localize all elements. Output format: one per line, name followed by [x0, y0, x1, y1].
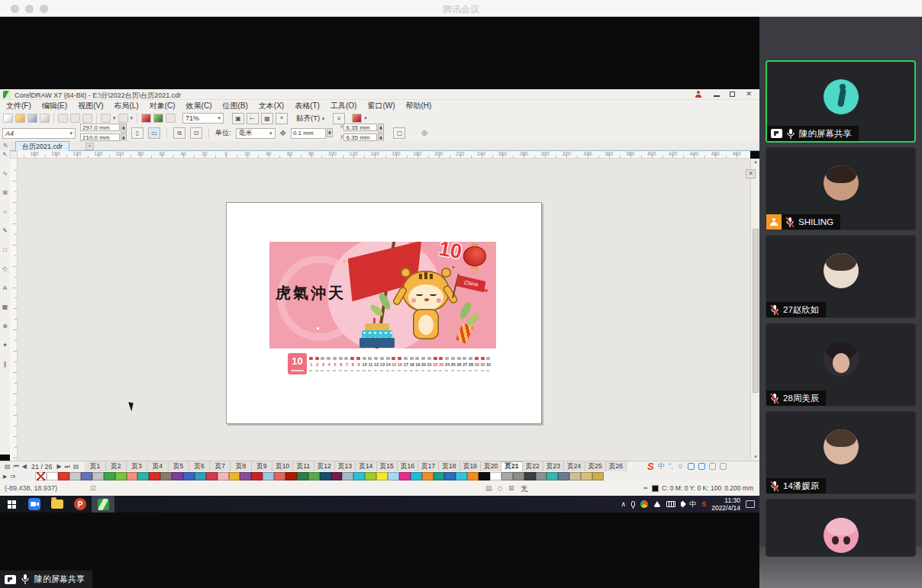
vertical-scrollbar[interactable]: ▲ ▼	[750, 159, 759, 461]
wifi-icon[interactable]	[653, 501, 661, 507]
menu-item-4[interactable]: 对象(C)	[150, 101, 176, 111]
page-tab-25[interactable]: 页25	[585, 461, 606, 472]
dup-y-field[interactable]: 6.35 mm	[343, 133, 377, 141]
new-tab-button[interactable]: +	[85, 143, 94, 150]
cut-icon[interactable]	[58, 114, 68, 123]
scroll-down-arrow[interactable]: ▼	[753, 454, 759, 461]
sogou-punct-icon[interactable]: °,	[669, 462, 673, 470]
menu-item-7[interactable]: 文本(X)	[259, 101, 284, 111]
sogou-tray-icon[interactable]: S	[701, 500, 706, 508]
treat-as-filled-button[interactable]: ▢	[393, 127, 405, 139]
docker-close-icon[interactable]: ✕	[746, 169, 756, 178]
page-tab-17[interactable]: 页17	[418, 461, 439, 472]
color-swatch-24[interactable]	[308, 472, 320, 480]
page-tab-7[interactable]: 页7	[210, 461, 230, 472]
undo-caret[interactable]: ▾	[113, 115, 116, 121]
color-swatch-36[interactable]	[444, 472, 456, 480]
page-tab-11[interactable]: 页11	[293, 461, 314, 472]
options-button[interactable]: ≡	[333, 113, 345, 124]
color-swatch-1[interactable]	[47, 472, 58, 480]
volume-icon[interactable]	[681, 502, 684, 506]
width-spinner[interactable]	[121, 124, 127, 133]
fullscreen-preview-button[interactable]: ▣	[232, 113, 244, 124]
menu-item-1[interactable]: 编辑(E)	[42, 101, 67, 111]
text-tool-icon[interactable]: A	[3, 285, 7, 291]
color-swatch-38[interactable]	[467, 472, 479, 480]
star-tool-icon[interactable]: ✦	[2, 342, 8, 349]
zoom-tool-icon[interactable]: ○	[3, 209, 7, 215]
eyedropper-icon[interactable]: 🢥	[10, 474, 15, 479]
participant-tile-2[interactable]: 27赵欣如	[766, 235, 916, 318]
crop-tool-icon[interactable]: ⊞	[2, 190, 8, 196]
menu-item-9[interactable]: 工具(O)	[330, 101, 356, 111]
color-swatch-13[interactable]	[183, 472, 195, 480]
menu-item-6[interactable]: 位图(B)	[222, 101, 247, 111]
color-swatch-6[interactable]	[104, 472, 115, 480]
tray-expand-icon[interactable]: ∧	[621, 500, 627, 508]
page-tab-15[interactable]: 页15	[377, 461, 398, 472]
color-swatch-4[interactable]	[81, 472, 92, 480]
page-tab-10[interactable]: 页10	[272, 461, 293, 472]
color-swatch-23[interactable]	[297, 472, 308, 480]
page-tab-8[interactable]: 页8	[230, 461, 251, 472]
color-swatch-5[interactable]	[92, 472, 104, 480]
color-swatch-35[interactable]	[434, 472, 445, 480]
page-tab-24[interactable]: 页24	[564, 461, 585, 472]
participant-tile-0[interactable]: 陳的屏幕共享	[766, 60, 916, 143]
help-caret[interactable]: ▾	[364, 115, 367, 121]
page-tab-9[interactable]: 页9	[252, 461, 272, 472]
page-tab-26[interactable]: 页26	[606, 461, 627, 472]
color-swatch-34[interactable]	[422, 472, 434, 480]
page-tab-13[interactable]: 页13	[335, 461, 356, 472]
participants-sidebar[interactable]: 陳的屏幕共享SHILING27赵欣如28周美辰14潘媛原	[759, 17, 922, 588]
color-swatch-40[interactable]	[490, 472, 501, 480]
participant-tile-4[interactable]: 14潘媛原	[766, 411, 916, 494]
show-rulers-button[interactable]: ⊢	[247, 113, 259, 124]
menu-item-5[interactable]: 效果(C)	[186, 101, 212, 111]
color-swatch-28[interactable]	[353, 472, 365, 480]
import-icon[interactable]	[141, 114, 151, 123]
tray-app-icon[interactable]	[640, 500, 648, 508]
pick-tool-icon[interactable]: ↖	[2, 152, 8, 158]
color-swatch-21[interactable]	[274, 472, 285, 480]
color-swatch-33[interactable]	[411, 472, 422, 480]
rectangle-tool-icon[interactable]: □	[3, 247, 7, 253]
tray-keyboard-icon[interactable]	[666, 501, 675, 507]
color-swatch-14[interactable]	[195, 472, 206, 480]
dup-x-field[interactable]: 6.35 mm	[343, 124, 377, 131]
color-swatch-39[interactable]	[479, 472, 490, 480]
last-page-button[interactable]: ⏭	[63, 463, 72, 471]
help-icon[interactable]	[352, 114, 362, 123]
interactive-fill-tool-icon[interactable]: ∥	[4, 361, 7, 368]
color-swatch-19[interactable]	[251, 472, 263, 480]
show-guides-button[interactable]: ⌖	[276, 113, 288, 124]
color-swatch-27[interactable]	[342, 472, 353, 480]
sogou-lang-icon[interactable]: 中	[658, 461, 665, 471]
taskbar-powerpoint[interactable]: P	[69, 496, 92, 512]
menu-item-8[interactable]: 表格(T)	[295, 101, 320, 111]
color-swatch-7[interactable]	[115, 472, 127, 480]
sogou-skin-icon[interactable]	[709, 463, 716, 470]
document-tab[interactable]: 台历2021.cdr	[15, 141, 69, 151]
color-swatch-11[interactable]	[160, 472, 172, 480]
color-swatch-18[interactable]	[240, 472, 251, 480]
restore-icon[interactable]	[730, 92, 735, 97]
copy-icon[interactable]	[70, 114, 80, 123]
color-swatch-20[interactable]	[263, 472, 274, 480]
app-launcher-icon[interactable]	[166, 114, 176, 123]
palette-scroll-left[interactable]: ▶	[3, 474, 7, 480]
color-swatch-3[interactable]	[69, 472, 81, 480]
taskbar-explorer[interactable]	[46, 496, 69, 512]
menu-item-2[interactable]: 视图(V)	[78, 101, 103, 111]
color-swatch-32[interactable]	[399, 472, 411, 480]
close-icon[interactable]: ✕	[746, 90, 752, 98]
color-swatch-49[interactable]	[592, 472, 604, 480]
page-tab-21[interactable]: 页21	[501, 461, 522, 472]
page-tab-1[interactable]: 页1	[85, 461, 105, 472]
no-color-swatch[interactable]	[35, 472, 47, 480]
color-swatch-8[interactable]	[127, 472, 138, 480]
paper-size-combo[interactable]: A4▾	[2, 128, 76, 139]
menu-item-3[interactable]: 布局(L)	[114, 101, 138, 111]
save-icon[interactable]	[27, 114, 37, 123]
page-tab-5[interactable]: 页5	[169, 461, 189, 472]
